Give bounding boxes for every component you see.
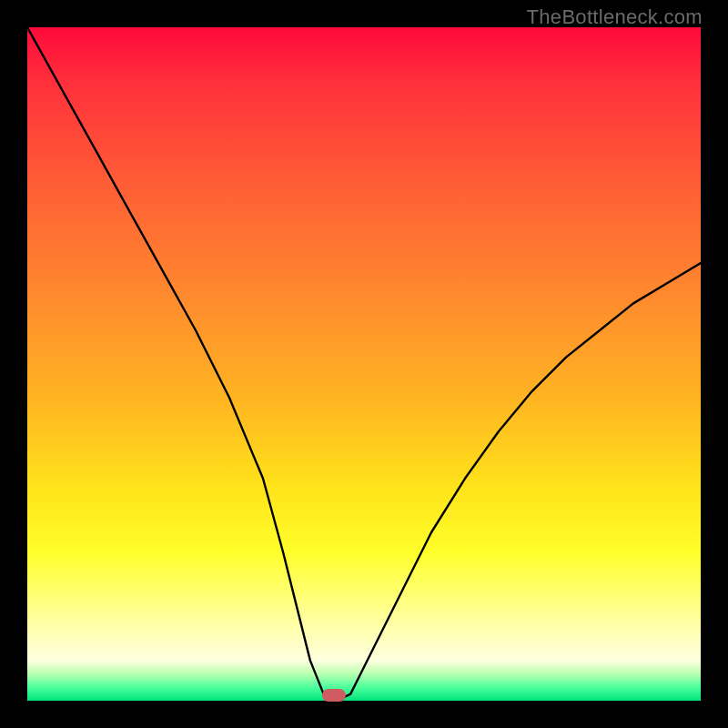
watermark-text: TheBottleneck.com (527, 5, 703, 29)
plot-area (27, 27, 701, 701)
bottleneck-curve (27, 27, 701, 701)
chart-frame: TheBottleneck.com (0, 0, 728, 728)
optimal-point-marker (322, 689, 346, 702)
curve-path (27, 27, 701, 701)
